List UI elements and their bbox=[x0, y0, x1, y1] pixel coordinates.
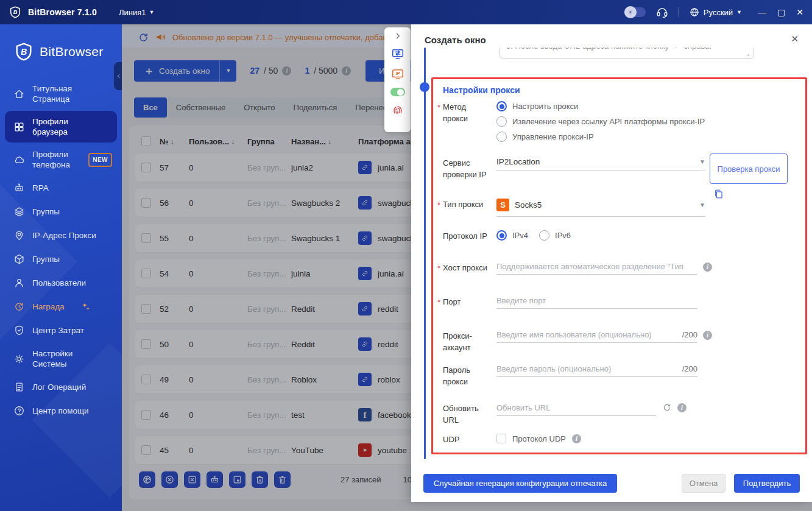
proxy-host-label: *Хост прокси bbox=[443, 262, 489, 273]
info-icon[interactable]: i bbox=[703, 331, 712, 340]
section-title: Настройки прокси bbox=[443, 85, 520, 95]
support-headset-icon[interactable] bbox=[655, 5, 669, 19]
svg-text:IP: IP bbox=[395, 71, 400, 76]
window-sync-icon[interactable] bbox=[391, 48, 404, 61]
radio-ipv4[interactable]: IPv4 bbox=[496, 230, 528, 241]
sidebar-item-reward[interactable]: Награда bbox=[5, 295, 117, 318]
ip-protocol-label: Протокол IP bbox=[443, 230, 489, 242]
ip-service-label: Сервис проверки IP bbox=[443, 157, 489, 180]
char-limit: /200 bbox=[682, 330, 697, 339]
confirm-button[interactable]: Подтвердить bbox=[734, 474, 800, 493]
cloud-icon bbox=[13, 154, 25, 166]
app-title: BitBrowser 7.1.0 bbox=[28, 7, 97, 17]
url-hint-textarea[interactable]: 3. После ввода URL-адреса нажмите кнопку… bbox=[500, 48, 754, 59]
sidebar-logo: B BitBrowser bbox=[0, 24, 122, 77]
radio-configure-proxy[interactable]: Настроить прокси bbox=[496, 101, 705, 111]
proxy-password-label: Пароль прокси bbox=[443, 364, 489, 387]
port-input[interactable] bbox=[496, 296, 697, 305]
proxy-account-label: Прокси-аккаунт bbox=[443, 330, 489, 353]
sidebar-item-operation-log[interactable]: Лог Операций bbox=[5, 376, 117, 398]
svg-text:B: B bbox=[21, 47, 27, 57]
ip-monitor-icon[interactable]: IP bbox=[391, 68, 404, 81]
sidebar-item-rpa[interactable]: RPA bbox=[5, 177, 117, 199]
info-icon[interactable]: i bbox=[703, 263, 712, 272]
sidebar-item-browser-profiles[interactable]: Профили браузера bbox=[5, 111, 117, 143]
create-window-modal: Создать окно ✕ 3. После ввода URL-адреса… bbox=[411, 24, 812, 502]
theme-toggle[interactable]: ☀ bbox=[624, 7, 646, 17]
proxy-password-input[interactable] bbox=[496, 364, 679, 373]
port-label: *Порт bbox=[443, 296, 489, 308]
radio-icon[interactable] bbox=[496, 101, 507, 111]
help-icon bbox=[13, 405, 25, 417]
proxy-type-select[interactable]: S Socks5 ▼ bbox=[496, 199, 705, 217]
section-timeline-dot bbox=[420, 82, 429, 92]
log-icon bbox=[13, 381, 25, 393]
app-logo-icon: B bbox=[9, 5, 22, 19]
ip-service-select[interactable]: IP2Location ▼ bbox=[496, 157, 705, 171]
modal-title: Создать окно bbox=[425, 27, 486, 45]
sidebar-item-cost-center[interactable]: Центр Затрат bbox=[5, 319, 117, 342]
resize-handle-icon[interactable] bbox=[744, 51, 750, 57]
radio-proxy-ip-manage[interactable]: Управление прокси-IP bbox=[496, 132, 705, 142]
char-limit: /200 bbox=[682, 364, 697, 373]
info-icon[interactable]: i bbox=[677, 403, 687, 412]
reward-icon bbox=[13, 301, 25, 312]
copy-icon[interactable] bbox=[713, 188, 724, 200]
radio-icon[interactable] bbox=[496, 116, 507, 127]
proxy-settings-section: Настройки прокси *Метод прокси Настроить… bbox=[431, 77, 807, 454]
sun-icon: ☀ bbox=[624, 6, 637, 18]
cube-icon bbox=[13, 253, 25, 265]
language-label: Русский bbox=[704, 8, 733, 17]
sidebar-item-phone-profiles[interactable]: Профили телефонаNEW bbox=[5, 144, 117, 175]
cancel-button[interactable]: Отмена bbox=[682, 474, 726, 493]
sidebar-item-help-center[interactable]: Центр помощи bbox=[5, 400, 117, 422]
random-fingerprint-button[interactable]: Случайная генерация конфигурации отпечат… bbox=[423, 474, 617, 493]
section-timeline bbox=[424, 48, 426, 459]
globe-icon bbox=[689, 7, 700, 18]
maximize-button[interactable]: ▢ bbox=[777, 7, 785, 17]
info-icon[interactable]: i bbox=[572, 434, 581, 443]
fingerprint-icon[interactable] bbox=[391, 103, 404, 116]
location-pin-icon bbox=[13, 230, 25, 241]
collapse-panel-icon[interactable] bbox=[393, 31, 403, 41]
home-icon bbox=[13, 88, 25, 100]
floating-toolbar: IP bbox=[384, 27, 411, 132]
radio-icon[interactable] bbox=[496, 230, 507, 241]
title-bar: B BitBrowser 7.1.0 Линия1 ▼ ☀ Русский ▼ … bbox=[0, 0, 812, 24]
sidebar-item-home[interactable]: Титульная Страница bbox=[5, 78, 117, 110]
proxy-type-label: *Тип прокси bbox=[443, 199, 489, 210]
brand-shield-icon: B bbox=[13, 41, 34, 62]
sidebar-item-proxy-ip[interactable]: IP-Адрес Прокси bbox=[5, 224, 117, 247]
sidebar-item-groups[interactable]: Группы bbox=[5, 200, 117, 223]
line-label: Линия1 bbox=[119, 8, 146, 17]
svg-text:B: B bbox=[13, 9, 18, 15]
sidebar-item-users[interactable]: Пользователи bbox=[5, 272, 117, 294]
radio-icon[interactable] bbox=[496, 132, 507, 142]
radio-ipv6[interactable]: IPv6 bbox=[539, 230, 571, 241]
divider bbox=[679, 7, 679, 17]
sidebar-item-groups-2[interactable]: Группы bbox=[5, 248, 117, 270]
chevron-down-icon: ▼ bbox=[736, 9, 742, 15]
toggle-on-icon[interactable] bbox=[390, 88, 405, 96]
robot-icon bbox=[13, 182, 25, 194]
shield-icon bbox=[13, 325, 25, 336]
sidebar: B BitBrowser Титульная Страница Профили … bbox=[0, 24, 122, 511]
refresh-icon[interactable] bbox=[662, 403, 672, 412]
proxy-method-label: *Метод прокси bbox=[443, 101, 489, 124]
sidebar-item-system-settings[interactable]: Настройки Системы bbox=[5, 343, 117, 375]
proxy-account-input[interactable] bbox=[496, 330, 679, 339]
radio-api-extract[interactable]: Извлечение через ссылку API платформы пр… bbox=[496, 116, 705, 127]
language-selector[interactable]: Русский ▼ bbox=[689, 7, 742, 18]
line-selector[interactable]: Линия1 ▼ bbox=[119, 8, 154, 17]
check-proxy-button[interactable]: Проверка прокси bbox=[710, 153, 788, 184]
chevron-down-icon: ▼ bbox=[699, 158, 705, 165]
modal-close-icon[interactable]: ✕ bbox=[791, 34, 799, 43]
modal-footer: Случайная генерация конфигурации отпечат… bbox=[411, 464, 812, 502]
radio-icon[interactable] bbox=[539, 230, 549, 241]
minimize-button[interactable]: — bbox=[758, 7, 766, 17]
udp-checkbox[interactable] bbox=[496, 434, 506, 443]
close-button[interactable]: ✕ bbox=[796, 7, 803, 17]
refresh-url-input[interactable] bbox=[496, 403, 656, 412]
chevron-down-icon: ▼ bbox=[699, 202, 705, 208]
proxy-host-input[interactable] bbox=[496, 262, 697, 271]
